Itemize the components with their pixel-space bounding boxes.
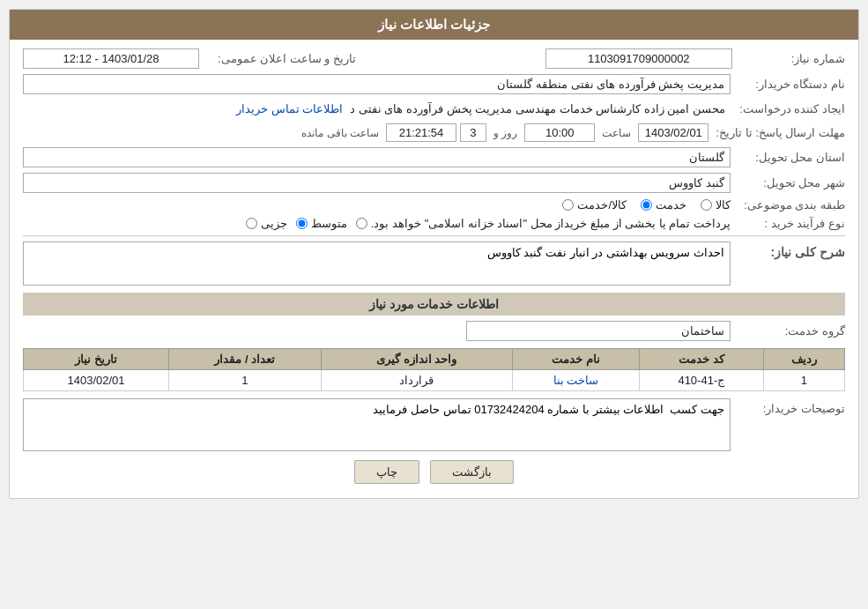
tarikh-label: تاریخ و ساعت اعلان عمومی: xyxy=(206,52,356,65)
shahr-row: شهر محل تحویل: گنبد کاووس xyxy=(23,173,845,193)
page-wrapper: جزئیات اطلاعات نیاز شماره نیاز: 11030917… xyxy=(0,0,868,609)
col-radif: ردیف xyxy=(763,349,844,370)
mohlat-saat-label: ساعت xyxy=(598,127,634,139)
col-vahed: واحد اندازه گیری xyxy=(321,349,513,370)
tabaqa-label: طبقه بندی موضوعی: xyxy=(731,198,845,212)
ijad-value: محسن امین زاده کارشناس خدمات مهندسی مدیر… xyxy=(23,100,731,118)
service-table: ردیف کد خدمت نام خدمت واحد اندازه گیری ت… xyxy=(23,348,845,391)
sharh-block: شرح کلی نیاز: xyxy=(23,241,845,286)
sharh-textarea[interactable] xyxy=(23,241,731,286)
nam-dastasgah-value: مدیریت پخش فرآورده های نفتی منطقه گلستان xyxy=(23,74,731,94)
tabaqa-kala-khedmat[interactable]: کالا/خدمت xyxy=(562,198,627,212)
nam-dastasgah-label: نام دستگاه خریدار: xyxy=(731,78,845,91)
mohlat-rooz-label: روز و xyxy=(490,127,521,139)
back-button[interactable]: بازگشت xyxy=(430,460,514,484)
page-title: جزئیات اطلاعات نیاز xyxy=(378,17,490,32)
shomara-tarikh-row: شماره نیاز: 1103091709000002 تاریخ و ساع… xyxy=(23,48,845,69)
tabaqa-kala-radio[interactable] xyxy=(701,199,712,211)
noye-parda-kht[interactable]: پرداخت تمام یا بخشی از مبلغ خریداز محل "… xyxy=(356,217,731,230)
mohlat-row: مهلت ارسال پاسخ: تا تاریخ: 1403/02/01 سا… xyxy=(23,123,845,142)
tabaqa-kala-khedmat-label: کالا/خدمت xyxy=(577,198,627,212)
khadamat-section-header: اطلاعات خدمات مورد نیاز xyxy=(23,293,845,316)
tozihat-textarea[interactable] xyxy=(23,398,731,451)
tozihat-label: توصیحات خریدار: xyxy=(731,402,845,415)
noye-motavasset-radio[interactable] xyxy=(296,218,308,229)
ijad-label: ایجاد کننده درخواست: xyxy=(731,102,845,115)
noye-jozei-radio[interactable] xyxy=(246,218,257,229)
ostan-value: گلستان xyxy=(23,147,731,167)
ijad-row: ایجاد کننده درخواست: محسن امین زاده کارش… xyxy=(23,100,845,118)
mohlat-mande-label: ساعت باقی مانده xyxy=(298,127,382,139)
tabaqa-khedmat[interactable]: خدمت xyxy=(641,198,686,212)
tabaqa-row: طبقه بندی موضوعی: کالا/خدمت خدمت کالا xyxy=(23,198,845,212)
noye-jozei[interactable]: جزیی xyxy=(246,217,287,230)
ostan-label: استان محل تحویل: xyxy=(731,151,845,164)
shahr-label: شهر محل تحویل: xyxy=(731,176,845,189)
col-tarikh: تاریخ نیاز xyxy=(24,349,169,370)
grouh-value: ساختمان xyxy=(466,321,731,341)
tabaqa-kala-khedmat-radio[interactable] xyxy=(562,199,574,211)
noye-pardakht-radio[interactable] xyxy=(356,218,367,229)
mohlat-label: مهلت ارسال پاسخ: تا تاریخ: xyxy=(708,126,845,139)
grouh-row: گروه خدمت: ساختمان xyxy=(23,321,845,341)
tabaqa-group: کالا/خدمت خدمت کالا xyxy=(23,198,731,212)
tabaqa-kala-label: کالا xyxy=(716,198,731,212)
card-body: شماره نیاز: 1103091709000002 تاریخ و ساع… xyxy=(10,40,858,498)
noye-pardakht-label: پرداخت تمام یا بخشی از مبلغ خریداز محل "… xyxy=(371,217,731,230)
noye-motavasset[interactable]: متوسط xyxy=(296,217,347,230)
service-table-section: ردیف کد خدمت نام خدمت واحد اندازه گیری ت… xyxy=(23,348,845,391)
col-nam: نام خدمت xyxy=(513,349,640,370)
tabaqa-khedmat-radio[interactable] xyxy=(641,199,652,211)
divider-1 xyxy=(23,235,845,236)
tabaqa-kala[interactable]: کالا xyxy=(701,198,731,212)
noye-label: نوع فرآیند خرید : xyxy=(731,217,845,230)
noye-group: جزیی متوسط پرداخت تمام یا بخشی از مبلغ خ… xyxy=(246,217,731,230)
tarikh-value: 1403/01/28 - 12:12 xyxy=(23,48,199,69)
ijad-text: محسن امین زاده کارشناس خدمات مهندسی مدیر… xyxy=(350,102,725,115)
print-button[interactable]: چاپ xyxy=(354,460,419,484)
mohlat-rooz-box: 3 xyxy=(460,123,486,142)
mohlat-saat-box: 10:00 xyxy=(524,123,595,142)
noye-jozei-label: جزیی xyxy=(261,217,287,230)
sharh-label: شرح کلی نیاز: xyxy=(731,245,845,259)
shomara-niaz-label: شماره نیاز: xyxy=(739,52,845,65)
col-kod: کد خدمت xyxy=(640,349,763,370)
noye-row: نوع فرآیند خرید : جزیی متوسط پرداخت تمام… xyxy=(23,217,845,230)
cell-tedad: 1 xyxy=(169,370,322,391)
shomara-niaz-value: 1103091709000002 xyxy=(545,48,733,69)
tabaqa-khedmat-label: خدمت xyxy=(656,198,686,212)
grouh-label: گروه خدمت: xyxy=(731,324,845,338)
ijad-contact-link[interactable]: اطلاعات تماس خریدار xyxy=(236,102,343,115)
mohlat-mande-box: 21:21:54 xyxy=(386,123,456,142)
shahr-value: گنبد کاووس xyxy=(23,173,731,193)
buttons-row: بازگشت چاپ xyxy=(23,460,845,484)
cell-tarikh: 1403/02/01 xyxy=(24,370,169,391)
mohlat-date-box: 1403/02/01 xyxy=(638,123,708,142)
col-tedad: تعداد / مقدار xyxy=(169,349,322,370)
cell-kod: ج-41-410 xyxy=(640,370,763,391)
cell-nam[interactable]: ساخت بنا xyxy=(513,370,640,391)
nam-dastasgah-row: نام دستگاه خریدار: مدیریت پخش فرآورده ها… xyxy=(23,74,845,94)
tozihat-block: توصیحات خریدار: xyxy=(23,398,845,451)
main-card: جزئیات اطلاعات نیاز شماره نیاز: 11030917… xyxy=(9,9,859,499)
ostan-row: استان محل تحویل: گلستان xyxy=(23,147,845,167)
table-row: 1 ج-41-410 ساخت بنا قرارداد 1 1403/02/01 xyxy=(24,370,845,391)
mohlat-boxes: 1403/02/01 ساعت 10:00 روز و 3 21:21:54 س… xyxy=(23,123,708,142)
card-header: جزئیات اطلاعات نیاز xyxy=(10,10,858,40)
cell-radif: 1 xyxy=(763,370,844,391)
table-header-row: ردیف کد خدمت نام خدمت واحد اندازه گیری ت… xyxy=(24,349,845,370)
cell-vahed: قرارداد xyxy=(321,370,513,391)
noye-motavasset-label: متوسط xyxy=(311,217,347,230)
